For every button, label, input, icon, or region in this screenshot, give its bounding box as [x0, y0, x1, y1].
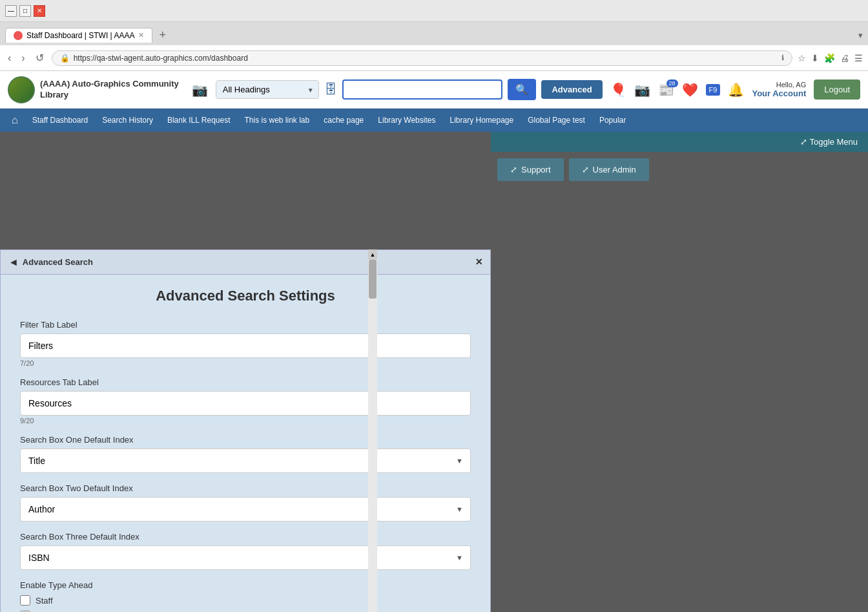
search-box-two-group: Search Box Two Default Index Title Autho…: [20, 483, 471, 522]
type-ahead-label: Enable Type Ahead: [20, 580, 471, 590]
scroll-up-button[interactable]: ▲: [368, 249, 377, 260]
browser-frame: — □ ✕ Staff Dashboard | STWI | AAAA ✕ + …: [0, 0, 868, 71]
url-box[interactable]: 🔒 https://qa-stwi-agent.auto-graphics.co…: [52, 50, 792, 66]
header-right: 🎈 📷 📰 28 ❤️ F9 🔔 Hello, AG Your Account …: [610, 79, 860, 100]
scroll-track: [368, 260, 377, 612]
url-text: https://qa-stwi-agent.auto-graphics.com/…: [74, 54, 778, 63]
scrollbar[interactable]: ▲ ▼: [368, 249, 377, 612]
f9-icon[interactable]: F9: [706, 84, 721, 96]
window-controls: — □ ✕: [5, 5, 45, 17]
search-box-three-wrapper: Title Author Subject ISBN Keyword: [20, 545, 471, 570]
search-type-wrapper: All Headings: [216, 80, 319, 99]
resources-tab-group: Resources Tab Label 9/20: [20, 377, 471, 425]
title-bar: — □ ✕: [0, 0, 868, 22]
content-area: ◄ Advanced Search × Advanced Search Sett…: [0, 132, 868, 612]
user-admin-expand-icon: ⤢: [582, 165, 589, 174]
nav-bar: ⌂ Staff Dashboard Search History Blank I…: [0, 109, 868, 132]
search-box-one-label: Search Box One Default Index: [20, 435, 471, 445]
search-box-three-label: Search Box Three Default Index: [20, 532, 471, 542]
expand-icon: ⤢: [800, 137, 807, 147]
search-area: All Headings 🗄 🔍 Advanced: [216, 79, 603, 100]
logo-area: (AAAA) Auto-Graphics Community Library: [8, 76, 179, 103]
search-box-one-select[interactable]: Title Author Subject ISBN Keyword: [20, 448, 471, 473]
title-bar-left: — □ ✕: [5, 5, 45, 17]
sidebar-item-cache-page[interactable]: cache page: [317, 111, 370, 130]
search-box-two-wrapper: Title Author Subject ISBN Keyword: [20, 497, 471, 522]
close-panel-button[interactable]: ×: [475, 255, 482, 269]
extensions-icon[interactable]: 🧩: [824, 53, 835, 63]
scroll-thumb[interactable]: [369, 260, 377, 299]
panel-header-title: ◄ Advanced Search: [8, 257, 93, 268]
sidebar-item-web-link-lab[interactable]: This is web link lab: [238, 111, 316, 130]
camera-icon[interactable]: 📷: [192, 82, 208, 98]
app-header: (AAAA) Auto-Graphics Community Library 📷…: [0, 71, 868, 109]
notifications-badge: 28: [666, 79, 678, 87]
address-bar: ‹ › ↺ 🔒 https://qa-stwi-agent.auto-graph…: [0, 45, 868, 71]
logout-button[interactable]: Logout: [814, 79, 860, 100]
support-button[interactable]: ⤢ Support: [497, 158, 564, 181]
download-icon[interactable]: ⬇: [811, 53, 819, 63]
user-greeting: Hello, AG Your Account: [752, 81, 806, 98]
sidebar-item-staff-dashboard[interactable]: Staff Dashboard: [26, 111, 95, 130]
support-expand-icon: ⤢: [510, 165, 517, 174]
reload-button[interactable]: ↺: [33, 50, 46, 65]
type-ahead-group: Enable Type Ahead Staff Patron: [20, 580, 471, 612]
maximize-button[interactable]: □: [19, 5, 31, 17]
staff-checkbox-label: Staff: [36, 596, 53, 606]
toggle-menu-button[interactable]: ⤢ Toggle Menu: [800, 137, 858, 147]
search-button[interactable]: 🔍: [508, 79, 536, 100]
new-tab-button[interactable]: +: [155, 28, 170, 42]
staff-checkbox-item: Staff: [20, 595, 471, 606]
search-box-two-select[interactable]: Title Author Subject ISBN Keyword: [20, 497, 471, 522]
sidebar-item-search-history[interactable]: Search History: [96, 111, 160, 130]
advanced-search-panel: ◄ Advanced Search × Advanced Search Sett…: [0, 249, 491, 612]
advanced-button[interactable]: Advanced: [541, 80, 602, 99]
tab-bar: Staff Dashboard | STWI | AAAA ✕ + ▾: [0, 22, 868, 45]
print-icon[interactable]: 🖨: [840, 53, 849, 63]
right-panel-header: ⤢ Toggle Menu: [491, 132, 868, 152]
user-admin-button[interactable]: ⤢ User Admin: [569, 158, 649, 181]
info-icon: ℹ: [781, 54, 784, 62]
right-panel-actions: ⤢ Support ⤢ User Admin: [491, 152, 868, 187]
menu-icon[interactable]: ☰: [854, 53, 863, 63]
lock-icon: 🔒: [60, 54, 70, 63]
sidebar-item-library-websites[interactable]: Library Websites: [371, 111, 442, 130]
newspaper-icon[interactable]: 📰 28: [658, 82, 674, 98]
bell-icon[interactable]: 🔔: [728, 82, 744, 98]
search-link-icon: 📷: [192, 82, 208, 98]
camera2-icon[interactable]: 📷: [634, 82, 650, 98]
resources-tab-label: Resources Tab Label: [20, 377, 471, 387]
sidebar-item-global-page-test[interactable]: Global Page test: [521, 111, 592, 130]
sidebar-item-popular[interactable]: Popular: [593, 111, 632, 130]
active-tab[interactable]: Staff Dashboard | STWI | AAAA ✕: [5, 28, 152, 43]
back-arrow-icon[interactable]: ◄: [8, 257, 19, 268]
bookmark-icon[interactable]: ☆: [798, 53, 806, 63]
filter-tab-group: Filter Tab Label 7/20: [20, 320, 471, 367]
address-icons: ☆ ⬇ 🧩 🖨 ☰: [798, 53, 863, 63]
forward-button[interactable]: ›: [19, 51, 27, 65]
minimize-button[interactable]: —: [5, 5, 17, 17]
tab-close-button[interactable]: ✕: [138, 31, 144, 39]
sidebar-item-blank-ill[interactable]: Blank ILL Request: [161, 111, 237, 130]
tab-dropdown-button[interactable]: ▾: [858, 30, 863, 40]
org-name: (AAAA) Auto-Graphics Community Library: [40, 79, 179, 101]
panel-header: ◄ Advanced Search ×: [1, 250, 490, 275]
close-button[interactable]: ✕: [34, 5, 45, 17]
search-box-one-group: Search Box One Default Index Title Autho…: [20, 435, 471, 473]
account-link[interactable]: Your Account: [752, 89, 806, 98]
search-box-three-select[interactable]: Title Author Subject ISBN Keyword: [20, 545, 471, 570]
resources-tab-input[interactable]: [20, 391, 471, 416]
balloon-icon[interactable]: 🎈: [610, 82, 626, 98]
filter-tab-input[interactable]: [20, 333, 471, 358]
search-box-two-label: Search Box Two Default Index: [20, 483, 471, 493]
search-box-three-group: Search Box Three Default Index Title Aut…: [20, 532, 471, 570]
back-button[interactable]: ‹: [5, 51, 14, 65]
staff-checkbox[interactable]: [20, 595, 30, 606]
sidebar-item-library-homepage[interactable]: Library Homepage: [443, 111, 520, 130]
search-type-select[interactable]: All Headings: [216, 80, 319, 99]
home-nav-item[interactable]: ⌂: [5, 109, 25, 131]
database-icon[interactable]: 🗄: [324, 82, 337, 97]
tab-title: Staff Dashboard | STWI | AAAA: [26, 31, 134, 40]
search-input[interactable]: [342, 79, 503, 100]
heart-icon[interactable]: ❤️: [682, 82, 698, 98]
